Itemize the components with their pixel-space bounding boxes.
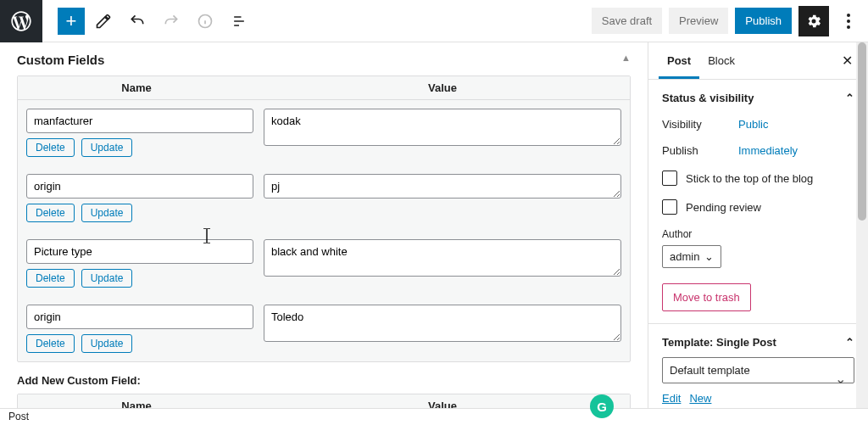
svg-point-1 bbox=[847, 14, 850, 17]
update-button[interactable]: Update bbox=[81, 204, 133, 222]
outline-icon[interactable] bbox=[224, 6, 254, 36]
svg-point-2 bbox=[847, 20, 850, 23]
sticky-checkbox[interactable] bbox=[662, 171, 677, 186]
custom-field-value-input[interactable]: Toledo bbox=[264, 305, 621, 342]
more-options-button[interactable] bbox=[836, 6, 861, 36]
settings-sidebar: Post Block ✕ Status & visibility⌃ Visibi… bbox=[648, 42, 868, 408]
chevron-up-icon: ⌃ bbox=[845, 92, 854, 104]
wordpress-icon bbox=[9, 9, 33, 33]
custom-fields-table: Name Value Delete Update kodak Delete Up… bbox=[17, 75, 631, 362]
update-button[interactable]: Update bbox=[81, 269, 133, 288]
visibility-label: Visibility bbox=[662, 118, 738, 131]
move-to-trash-button[interactable]: Move to trash bbox=[662, 283, 751, 311]
delete-button[interactable]: Delete bbox=[26, 204, 75, 222]
svg-point-3 bbox=[847, 25, 850, 29]
page-scrollbar[interactable] bbox=[856, 42, 868, 408]
save-draft-button[interactable]: Save draft bbox=[592, 8, 662, 34]
template-new-link[interactable]: New bbox=[689, 392, 711, 405]
author-label: Author bbox=[662, 228, 854, 240]
editor-toolbar: + Save draft Preview Publish bbox=[0, 0, 868, 42]
custom-field-row: Delete Update pj bbox=[18, 165, 630, 231]
chevron-up-icon: ⌃ bbox=[845, 336, 854, 349]
info-icon[interactable] bbox=[190, 6, 220, 36]
preview-button[interactable]: Preview bbox=[669, 8, 728, 34]
pending-review-checkbox[interactable] bbox=[662, 199, 677, 215]
undo-icon[interactable] bbox=[122, 6, 153, 36]
update-button[interactable]: Update bbox=[81, 334, 133, 353]
visibility-value-button[interactable]: Public bbox=[738, 118, 768, 131]
sticky-label: Stick to the top of the blog bbox=[686, 172, 813, 185]
breadcrumb-bar: Post bbox=[0, 408, 868, 425]
value-column-header: Value bbox=[255, 76, 630, 99]
custom-field-name-input[interactable] bbox=[26, 305, 253, 329]
value-column-header: Value bbox=[255, 394, 630, 408]
tab-block[interactable]: Block bbox=[699, 42, 743, 79]
close-sidebar-button[interactable]: ✕ bbox=[837, 42, 858, 79]
custom-field-row: Delete Update Toledo bbox=[18, 296, 630, 361]
scrollbar-thumb[interactable] bbox=[858, 42, 866, 221]
custom-field-row: Delete Update black and white bbox=[18, 231, 630, 296]
tab-post[interactable]: Post bbox=[659, 42, 699, 79]
delete-button[interactable]: Delete bbox=[26, 269, 75, 288]
custom-field-name-input[interactable] bbox=[26, 109, 253, 133]
update-button[interactable]: Update bbox=[81, 138, 133, 157]
publish-label: Publish bbox=[662, 144, 738, 157]
publish-button[interactable]: Publish bbox=[735, 8, 792, 34]
custom-field-value-input[interactable]: kodak bbox=[264, 109, 621, 146]
delete-button[interactable]: Delete bbox=[26, 334, 75, 353]
name-column-header: Name bbox=[18, 76, 255, 99]
template-toggle[interactable]: Template: Single Post⌃ bbox=[662, 336, 854, 349]
custom-field-name-input[interactable] bbox=[26, 239, 253, 264]
custom-field-name-input[interactable] bbox=[26, 174, 253, 199]
status-visibility-toggle[interactable]: Status & visibility⌃ bbox=[662, 92, 854, 104]
template-select[interactable]: Default template bbox=[662, 357, 854, 383]
publish-value-button[interactable]: Immediately bbox=[738, 144, 798, 157]
name-column-header: Name bbox=[18, 394, 255, 408]
delete-button[interactable]: Delete bbox=[26, 138, 75, 157]
collapse-icon[interactable]: ▲ bbox=[621, 53, 631, 63]
grammarly-badge[interactable]: G bbox=[590, 394, 614, 418]
settings-button[interactable] bbox=[798, 6, 829, 36]
add-block-button[interactable]: + bbox=[58, 8, 85, 35]
gear-icon bbox=[805, 13, 822, 30]
author-select[interactable]: admin⌄ bbox=[662, 245, 721, 268]
add-custom-field-heading: Add New Custom Field: bbox=[17, 374, 631, 387]
chevron-down-icon: ⌄ bbox=[704, 250, 714, 263]
breadcrumb[interactable]: Post bbox=[8, 411, 29, 422]
edit-icon[interactable] bbox=[88, 6, 119, 36]
custom-fields-heading: Custom Fields▲ bbox=[17, 49, 631, 75]
redo-icon[interactable] bbox=[156, 6, 186, 36]
custom-field-row: Delete Update kodak bbox=[18, 100, 630, 165]
custom-field-value-input[interactable]: black and white bbox=[264, 239, 621, 277]
custom-field-value-input[interactable]: pj bbox=[264, 174, 621, 199]
pending-review-label: Pending review bbox=[686, 201, 761, 214]
wordpress-logo[interactable] bbox=[0, 0, 42, 42]
template-edit-link[interactable]: Edit bbox=[662, 392, 681, 405]
editor-main: Custom Fields▲ Name Value Delete Update … bbox=[0, 42, 648, 408]
add-custom-field-table: Name Value — Select — bbox=[17, 394, 631, 408]
kebab-icon bbox=[847, 14, 850, 29]
